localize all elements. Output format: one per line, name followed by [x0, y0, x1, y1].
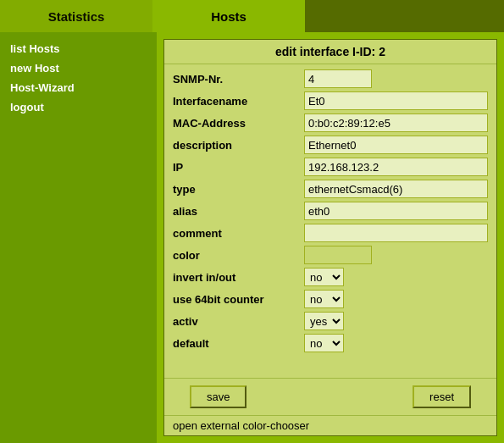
buttons-row: save reset — [164, 378, 496, 415]
field-row-interfacename: Interfacename — [173, 91, 488, 110]
tab-bar: Statistics Hosts — [0, 0, 504, 32]
input-description[interactable] — [304, 136, 488, 154]
select-invert-in-out[interactable]: no yes — [304, 268, 344, 286]
label-64bit: use 64bit counter — [173, 293, 304, 306]
label-snmp-nr: SNMP-Nr. — [173, 73, 304, 86]
input-interfacename[interactable] — [304, 91, 488, 110]
tab-hosts[interactable]: Hosts — [152, 0, 305, 32]
label-type: type — [173, 183, 304, 196]
form-footer[interactable]: open external color-chooser — [164, 415, 496, 435]
label-ip: IP — [173, 161, 304, 174]
field-row-type: type — [173, 180, 488, 198]
select-activ[interactable]: yes no — [304, 312, 344, 330]
field-row-alias: alias — [173, 202, 488, 220]
field-row-64bit: use 64bit counter no yes — [173, 290, 488, 308]
label-comment: comment — [173, 227, 304, 240]
sidebar-item-new-host[interactable]: new Host — [10, 60, 147, 76]
reset-button[interactable]: reset — [413, 385, 471, 408]
field-row-comment: comment — [173, 224, 488, 242]
field-row-activ: activ yes no — [173, 312, 488, 330]
form-panel: edit interface I-ID: 2 SNMP-Nr. Interfac… — [163, 39, 497, 436]
form-body: SNMP-Nr. Interfacename MAC-Address descr… — [164, 64, 496, 378]
color-picker[interactable] — [304, 246, 372, 264]
select-use-64bit[interactable]: no yes — [304, 290, 344, 308]
input-type[interactable] — [304, 180, 488, 198]
main-area: list Hosts new Host Host-Wizard logout e… — [0, 32, 504, 443]
input-mac-address[interactable] — [304, 114, 488, 132]
label-alias: alias — [173, 205, 304, 218]
field-row-mac-address: MAC-Address — [173, 114, 488, 132]
tab-statistics[interactable]: Statistics — [0, 0, 152, 32]
field-row-color: color — [173, 246, 488, 264]
field-row-default: default no yes — [173, 334, 488, 352]
tab-spacer — [305, 0, 504, 32]
field-row-ip: IP — [173, 158, 488, 176]
input-ip[interactable] — [304, 158, 488, 176]
input-alias[interactable] — [304, 202, 488, 220]
label-description: description — [173, 139, 304, 152]
input-snmp-nr[interactable] — [304, 69, 372, 88]
field-row-snmp-nr: SNMP-Nr. — [173, 69, 488, 88]
input-comment[interactable] — [304, 224, 488, 242]
label-mac-address: MAC-Address — [173, 117, 304, 130]
save-button[interactable]: save — [190, 385, 246, 408]
content-area: edit interface I-ID: 2 SNMP-Nr. Interfac… — [157, 32, 504, 443]
sidebar-item-logout[interactable]: logout — [10, 99, 147, 115]
label-color: color — [173, 249, 304, 262]
sidebar-item-host-wizard[interactable]: Host-Wizard — [10, 80, 147, 96]
field-row-invert: invert in/out no yes — [173, 268, 488, 286]
label-interfacename: Interfacename — [173, 95, 304, 108]
label-activ: activ — [173, 315, 304, 328]
label-invert: invert in/out — [173, 271, 304, 284]
sidebar-item-list-hosts[interactable]: list Hosts — [10, 41, 147, 57]
form-title: edit interface I-ID: 2 — [164, 40, 496, 64]
select-default[interactable]: no yes — [304, 334, 344, 352]
field-row-description: description — [173, 136, 488, 154]
sidebar: list Hosts new Host Host-Wizard logout — [0, 32, 157, 443]
label-default: default — [173, 337, 304, 350]
